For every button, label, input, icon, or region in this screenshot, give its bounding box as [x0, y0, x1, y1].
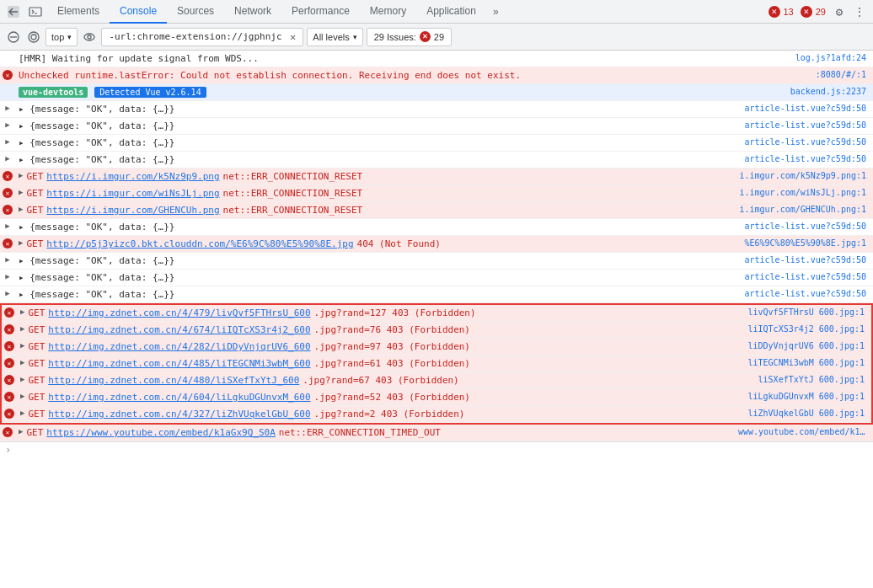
- eye-button[interactable]: [81, 29, 98, 45]
- tab-more[interactable]: »: [486, 6, 506, 18]
- error-indicator: ✕: [4, 341, 14, 351]
- error-badge-icon: ✕: [769, 6, 780, 18]
- svg-point-5: [31, 35, 36, 40]
- settings-icon[interactable]: ⚙: [829, 2, 849, 22]
- log-row-forbidden: ✕ ▶ GET http://img.zdnet.com.cn/4/479/li…: [2, 305, 871, 322]
- console-input-row[interactable]: ›: [0, 441, 873, 457]
- tab-elements[interactable]: Elements: [47, 0, 110, 24]
- devtools-tab-bar: Elements Console Sources Network Perform…: [0, 0, 873, 24]
- row-source-link[interactable]: article-list.vue?c59d:50: [738, 153, 873, 163]
- log-row-error: ✕ ▶ GET https://i.imgur.com/wiNsJLj.png …: [0, 185, 873, 202]
- error-indicator: ✕: [3, 427, 13, 437]
- error-indicator: ✕: [3, 205, 13, 215]
- error-indicator: ✕: [4, 307, 14, 318]
- expand-arrow-icon[interactable]: ▶: [20, 307, 24, 316]
- filter-toggle-button[interactable]: [25, 29, 42, 45]
- row-source-link[interactable]: i.imgur.com/GHENCUh.png:1: [738, 204, 873, 214]
- tab-sources[interactable]: Sources: [167, 0, 224, 24]
- forbidden-highlight-group: ✕ ▶ GET http://img.zdnet.com.cn/4/479/li…: [0, 303, 873, 425]
- row-source-link[interactable]: www.youtube.com/embed/k1aGx9Q_S0A:: [738, 426, 873, 436]
- expand-arrow-icon[interactable]: ▶: [19, 188, 23, 196]
- row-source-link[interactable]: article-list.vue?c59d:50: [738, 288, 873, 298]
- tab-console[interactable]: Console: [110, 0, 167, 24]
- log-row: ▶ ▸ {message: "OK", data: {…}} article-l…: [0, 101, 873, 118]
- row-source-link[interactable]: backend.js:2237: [738, 86, 873, 96]
- filter-clear-button[interactable]: ✕: [290, 31, 296, 43]
- issues-button[interactable]: 29 Issues: ✕ 29: [367, 28, 452, 46]
- expand-arrow-icon[interactable]: ▶: [20, 324, 24, 333]
- expand-arrow-icon[interactable]: ▶: [19, 238, 23, 247]
- expand-arrow-icon[interactable]: ▶: [5, 222, 9, 230]
- expand-arrow-icon[interactable]: ▶: [20, 341, 24, 350]
- log-row-forbidden: ✕ ▶ GET http://img.zdnet.com.cn/4/485/li…: [2, 355, 871, 372]
- row-source-link[interactable]: liSXefTxYtJ_600.jpg:1: [736, 374, 871, 384]
- error-indicator: ✕: [4, 392, 14, 402]
- row-error-icon: ✕: [0, 69, 15, 80]
- row-source-link[interactable]: liDDyVnjqrUV6_600.jpg:1: [736, 340, 871, 350]
- log-row: ▶ ▸ {message: "OK", data: {…}} article-l…: [0, 135, 873, 152]
- row-icon-space: [0, 86, 15, 87]
- tab-memory[interactable]: Memory: [360, 0, 416, 24]
- log-row: ▶ ▸ {message: "OK", data: {…}} article-l…: [0, 118, 873, 135]
- expand-arrow-icon[interactable]: ▶: [5, 289, 9, 297]
- error-indicator: ✕: [3, 238, 13, 249]
- expand-arrow-icon[interactable]: ▶: [20, 358, 24, 366]
- svg-point-7: [88, 35, 91, 39]
- expand-arrow-icon[interactable]: ▶: [19, 171, 23, 179]
- expand-arrow-icon[interactable]: ▶: [5, 154, 9, 163]
- row-expand-area: [0, 52, 15, 53]
- log-row: ▶ ▸ {message: "OK", data: {…}} article-l…: [0, 152, 873, 168]
- row-source-link[interactable]: :8080/#/:1: [738, 69, 873, 79]
- tab-application[interactable]: Application: [416, 0, 486, 24]
- tab-performance[interactable]: Performance: [281, 0, 360, 24]
- context-selector[interactable]: top ▾: [46, 28, 78, 46]
- log-row-forbidden: ✕ ▶ GET http://img.zdnet.com.cn/4/674/li…: [2, 322, 871, 339]
- tab-network[interactable]: Network: [224, 0, 281, 24]
- row-source-link[interactable]: article-list.vue?c59d:50: [738, 120, 873, 130]
- filter-input-container[interactable]: -url:chrome-extension://jgphnjc ✕: [101, 28, 303, 46]
- more-options-icon[interactable]: ⋮: [849, 2, 870, 22]
- expand-arrow-icon[interactable]: ▶: [20, 409, 24, 417]
- log-row-error: ✕ ▶ GET https://i.imgur.com/GHENCUh.png …: [0, 202, 873, 219]
- svg-rect-1: [29, 8, 41, 16]
- row-source-link[interactable]: liLgkuDGUnvxM_600.jpg:1: [736, 391, 871, 401]
- row-source-link[interactable]: i.imgur.com/k5Nz9p9.png:1: [738, 170, 873, 180]
- error-indicator: ✕: [3, 70, 13, 80]
- expand-arrow-icon[interactable]: ▶: [5, 137, 9, 146]
- clear-console-button[interactable]: [5, 29, 22, 45]
- expand-arrow-icon[interactable]: ▶: [5, 120, 9, 129]
- row-source-link[interactable]: liIQTcXS3r4j2_600.jpg:1: [736, 323, 871, 334]
- row-source-link[interactable]: article-list.vue?c59d:50: [738, 271, 873, 281]
- vue-devtools-badge: vue-devtools: [19, 87, 88, 98]
- expand-arrow-icon[interactable]: ▶: [5, 104, 9, 112]
- log-row: ▶ ▸ {message: "OK", data: {…}} article-l…: [0, 253, 873, 270]
- row-source-link[interactable]: liZhVUqkelGbU_600.jpg:1: [736, 408, 871, 418]
- log-level-selector[interactable]: All levels ▾: [307, 28, 362, 46]
- expand-arrow-icon[interactable]: ▶: [5, 272, 9, 281]
- row-message: [HMR] Waiting for update signal from WDS…: [15, 52, 738, 65]
- expand-arrow-icon[interactable]: ▶: [19, 205, 23, 213]
- row-source-link[interactable]: liTEGCNMi3wbM_600.jpg:1: [736, 357, 871, 367]
- row-source-link[interactable]: article-list.vue?c59d:50: [738, 221, 873, 231]
- error-indicator: ✕: [4, 409, 14, 419]
- log-row-forbidden: ✕ ▶ GET http://img.zdnet.com.cn/4/327/li…: [2, 406, 871, 423]
- warning-badge-icon: ✕: [801, 6, 812, 18]
- row-source-link[interactable]: livQvf5FTHrsU_600.jpg:1: [736, 307, 871, 317]
- row-source-link[interactable]: log.js?1afd:24: [738, 52, 873, 62]
- row-source-link[interactable]: article-list.vue?c59d:50: [738, 103, 873, 113]
- row-source-link[interactable]: i.imgur.com/wiNsJLj.png:1: [738, 187, 873, 197]
- expand-arrow-icon[interactable]: ▶: [19, 427, 23, 436]
- error-indicator: ✕: [4, 375, 14, 385]
- expand-arrow-icon[interactable]: ▶: [20, 375, 24, 383]
- expand-arrow-icon[interactable]: ▶: [5, 255, 9, 264]
- expand-arrow-icon[interactable]: ▶: [20, 392, 24, 400]
- row-message: Unchecked runtime.lastError: Could not e…: [15, 69, 738, 82]
- issues-count-badge: ✕: [420, 31, 431, 42]
- row-source-link[interactable]: article-list.vue?c59d:50: [738, 254, 873, 265]
- row-source-link[interactable]: %E6%9C%80%E5%90%8E.jpg:1: [738, 238, 873, 248]
- row-source-link[interactable]: article-list.vue?c59d:50: [738, 136, 873, 147]
- log-row-vue: vue-devtools Detected Vue v2.6.14 backen…: [0, 84, 873, 101]
- error-indicator: ✕: [3, 171, 13, 181]
- back-icon[interactable]: [3, 2, 24, 22]
- console-output: [HMR] Waiting for update signal from WDS…: [0, 51, 873, 588]
